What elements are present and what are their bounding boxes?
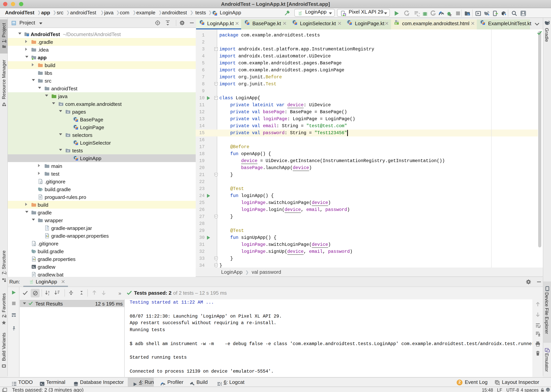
svg-text:z: z (48, 293, 49, 295)
svg-text:A: A (407, 13, 409, 16)
svg-text:H: H (395, 22, 397, 25)
